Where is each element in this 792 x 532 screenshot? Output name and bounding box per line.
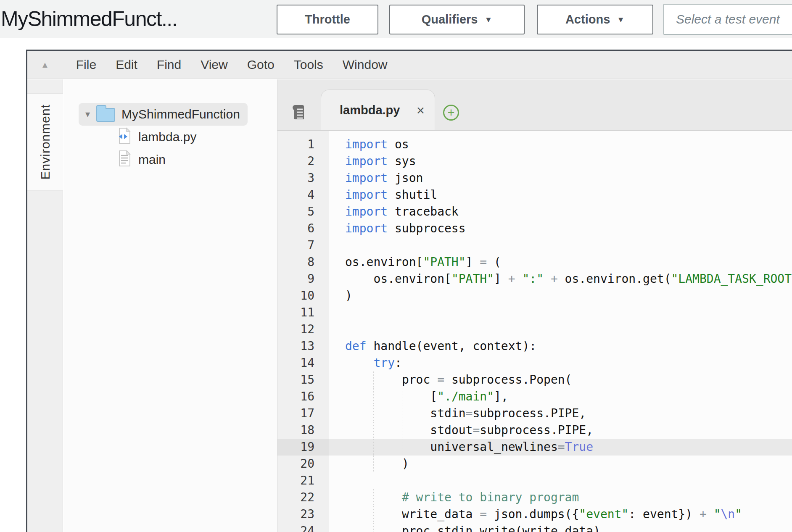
line-number: 15 [277, 371, 329, 388]
menu-item-file[interactable]: File [76, 58, 96, 72]
indent-guide [345, 439, 373, 456]
code-line-content: import sys [329, 153, 792, 170]
indent-guide [373, 439, 401, 456]
indent-guide [345, 489, 373, 506]
code-line: 11 [277, 304, 792, 321]
test-event-select[interactable]: Select a test event [663, 4, 792, 35]
code-editor-pane: lambda.py × + 1import os2import sys3impo… [277, 79, 792, 532]
code-line: 17 stdin=subprocess.PIPE, [277, 405, 792, 422]
line-number: 11 [277, 304, 329, 321]
menu-item-view[interactable]: View [201, 58, 227, 72]
line-number: 16 [277, 388, 329, 405]
code-line-content: import os [329, 136, 792, 153]
code-line: 20 ) [277, 456, 792, 472]
cloud9-editor-frame: ▲ FileEditFindViewGotoToolsWindow Enviro… [26, 50, 792, 532]
code-line-content: import shutil [329, 187, 792, 203]
code-line-content [329, 304, 792, 321]
tab-list-icon[interactable] [291, 104, 307, 123]
indent-guide [373, 405, 401, 422]
menu-item-edit[interactable]: Edit [116, 58, 137, 72]
environment-tab[interactable]: Environment [27, 93, 63, 191]
code-line: 13def handle(event, context): [277, 338, 792, 355]
code-line-content: os.environ["PATH"] + ":" + os.environ.ge… [329, 271, 792, 287]
tree-item-main[interactable]: main [117, 148, 277, 171]
indent-guide [402, 439, 430, 456]
line-number: 20 [277, 456, 329, 472]
actions-button[interactable]: Actions ▼ [537, 5, 653, 34]
throttle-button[interactable]: Throttle [277, 5, 378, 34]
tree-item-folder[interactable]: ▾ MyShimmedFunction [79, 103, 248, 126]
code-line: 21 [277, 472, 792, 489]
line-number: 6 [277, 220, 329, 237]
chevron-down-icon: ▼ [617, 15, 625, 24]
indent-guide [373, 523, 401, 532]
editor-menubar: ▲ FileEditFindViewGotoToolsWindow [27, 51, 792, 79]
tree-item-lambda-py[interactable]: lambda.py [117, 126, 277, 148]
indent-guide [345, 388, 373, 405]
line-number: 24 [277, 523, 329, 532]
environment-tab-label: Environment [38, 104, 53, 179]
line-number: 8 [277, 254, 329, 271]
code-line: 8os.environ["PATH"] = ( [277, 254, 792, 271]
line-number: 1 [277, 136, 329, 153]
indent-guide [345, 371, 373, 388]
code-line-content: universal_newlines=True [329, 439, 792, 456]
code-line-content: proc = subprocess.Popen( [329, 371, 792, 388]
file-tree-panel: ▾ MyShimmedFunction lambda.py [63, 79, 277, 532]
line-number: 18 [277, 422, 329, 439]
menu-item-window[interactable]: Window [343, 58, 388, 72]
chevron-down-icon: ▼ [484, 15, 492, 24]
menu-item-goto[interactable]: Goto [247, 58, 275, 72]
code-file-icon [117, 127, 131, 147]
menu-item-tools[interactable]: Tools [294, 58, 323, 72]
tab-lambda-py[interactable]: lambda.py × [321, 90, 435, 130]
code-line-content: ["./main"], [329, 388, 792, 405]
code-line-content [329, 237, 792, 254]
code-line-content: proc.stdin.write(write_data) [329, 523, 792, 532]
code-line: 18 stdout=subprocess.PIPE, [277, 422, 792, 439]
indent-guide [345, 271, 373, 287]
line-number: 19 [277, 439, 329, 456]
new-tab-plus-icon[interactable]: + [443, 105, 459, 121]
function-header-bar: MyShimmedFunct... Throttle Qualifiers ▼ … [0, 0, 792, 38]
code-line-content: import json [329, 170, 792, 187]
code-line: 15 proc = subprocess.Popen( [277, 371, 792, 388]
tab-label: lambda.py [340, 103, 400, 117]
code-area[interactable]: 1import os2import sys3import json4import… [277, 131, 792, 532]
tree-folder-label: MyShimmedFunction [121, 107, 240, 121]
code-line: 24 proc.stdin.write(write_data) [277, 523, 792, 532]
indent-guide [402, 388, 430, 405]
line-number: 10 [277, 287, 329, 304]
document-file-icon [117, 150, 131, 170]
close-icon[interactable]: × [417, 103, 435, 117]
lambda-console-screen: MyShimmedFunct... Throttle Qualifiers ▼ … [0, 0, 792, 532]
line-number: 17 [277, 405, 329, 422]
code-line-content [329, 472, 792, 489]
indent-guide [373, 506, 401, 523]
code-line-content [329, 321, 792, 338]
throttle-button-label: Throttle [305, 13, 350, 26]
menu-item-find[interactable]: Find [157, 58, 181, 72]
indent-guide [345, 422, 373, 439]
code-line-content: stdin=subprocess.PIPE, [329, 405, 792, 422]
tree-expand-icon[interactable]: ▾ [85, 109, 90, 120]
line-number: 22 [277, 489, 329, 506]
qualifiers-button[interactable]: Qualifiers ▼ [389, 5, 525, 34]
code-line: 22 # write to binary program [277, 489, 792, 506]
code-line-content: os.environ["PATH"] = ( [329, 254, 792, 271]
code-line: 9 os.environ["PATH"] + ":" + os.environ.… [277, 271, 792, 287]
code-line-content: ) [329, 287, 792, 304]
indent-guide [373, 388, 401, 405]
line-number: 7 [277, 237, 329, 254]
line-number: 9 [277, 271, 329, 287]
code-line-content: try: [329, 355, 792, 371]
code-line-content: stdout=subprocess.PIPE, [329, 422, 792, 439]
collapse-panel-icon[interactable]: ▲ [41, 60, 49, 70]
code-line: 2import sys [277, 153, 792, 170]
indent-guide [345, 456, 373, 472]
indent-guide [373, 456, 401, 472]
code-line-content: import subprocess [329, 220, 792, 237]
line-number: 12 [277, 321, 329, 338]
indent-guide [345, 355, 373, 371]
line-number: 5 [277, 203, 329, 220]
